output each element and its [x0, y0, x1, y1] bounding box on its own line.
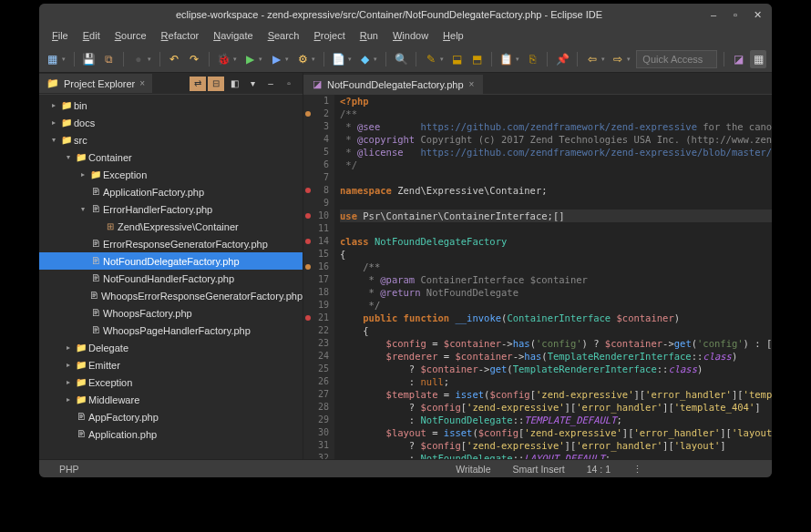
tree-arrow-icon[interactable]: ▾ — [63, 153, 74, 161]
code-line[interactable] — [340, 171, 772, 184]
maximize-button[interactable]: ▫ — [730, 9, 741, 20]
project-explorer-tab[interactable]: 📁 Project Explorer × — [39, 74, 152, 93]
code-line[interactable]: : NotFoundDelegate::TEMPLATE_DEFAULT; — [340, 414, 772, 426]
gutter-line[interactable]: 23 — [303, 337, 329, 350]
gutter-line[interactable]: 27 — [303, 388, 329, 401]
code-line[interactable] — [340, 222, 772, 235]
gutter-line[interactable]: 29 — [303, 414, 329, 426]
perspective-php-button[interactable]: ◪ — [731, 50, 747, 68]
minimize-button[interactable]: – — [708, 9, 719, 20]
menu-window[interactable]: Window — [385, 27, 436, 44]
status-position[interactable]: 14 : 1 — [576, 464, 621, 475]
tree-arrow-icon[interactable]: ▸ — [77, 170, 88, 179]
gutter-line[interactable]: 5 — [303, 146, 329, 159]
menu-source[interactable]: Source — [108, 27, 154, 44]
error-marker-icon[interactable] — [305, 315, 311, 321]
run-last-button[interactable]: ▶ — [268, 50, 284, 68]
gutter-line[interactable]: 4 — [303, 133, 329, 146]
gutter-line[interactable]: 11 — [303, 222, 329, 235]
gutter-line[interactable]: 19 — [303, 299, 329, 312]
save-all-button[interactable]: ⧉ — [100, 50, 117, 68]
code-line[interactable]: use Psr\Container\ContainerInterface;[] — [340, 210, 772, 222]
tree-arrow-icon[interactable]: ▸ — [48, 118, 59, 127]
gutter-line[interactable]: 9 — [303, 197, 329, 210]
build-button[interactable]: ● — [130, 50, 147, 68]
run-config-button[interactable]: ⚙ — [294, 50, 311, 68]
new-class-button[interactable]: ◆ — [357, 50, 374, 68]
new-file-button[interactable]: 📄 — [331, 50, 347, 68]
gutter-line[interactable]: 18 — [303, 286, 329, 299]
menu-project[interactable]: Project — [307, 27, 353, 44]
status-writable[interactable]: Writable — [445, 464, 501, 475]
tree-item[interactable]: ▸📁 Exception — [39, 166, 303, 183]
code-editor[interactable]: 1234567891011141516171819212223242526272… — [303, 95, 772, 459]
status-menu[interactable]: ⋮ — [621, 464, 653, 475]
code-content[interactable]: <?php/** * @see https://github.com/zendf… — [334, 95, 772, 459]
gutter-line[interactable]: 17 — [303, 273, 329, 286]
gutter-line[interactable]: 3 — [303, 120, 329, 133]
code-line[interactable] — [340, 197, 772, 210]
tree-item[interactable]: ▸📁 Emitter — [39, 356, 303, 373]
code-line[interactable]: class NotFoundDelegateFactory — [340, 235, 772, 248]
error-marker-icon[interactable] — [305, 213, 311, 219]
tree-arrow-icon[interactable]: ▸ — [63, 361, 74, 369]
new-button[interactable]: ▦ — [45, 50, 61, 68]
open-perspective-button[interactable]: ▦ — [750, 50, 766, 68]
git-button[interactable]: ⎘ — [525, 50, 541, 68]
code-line[interactable]: ? $config['zend-expressive']['error_hand… — [340, 401, 772, 414]
gutter-line[interactable]: 24 — [303, 350, 329, 363]
forward-button[interactable]: ⇨ — [611, 50, 627, 68]
tree-item[interactable]: ▸📁 Exception — [39, 373, 303, 391]
tree-arrow-icon[interactable]: ▾ — [77, 205, 88, 213]
menu-refactor[interactable]: Refactor — [154, 27, 207, 44]
warning-marker-icon[interactable] — [305, 264, 311, 270]
code-line[interactable]: : NotFoundDelegate::LAYOUT_DEFAULT; — [340, 452, 772, 459]
tree-arrow-icon[interactable]: ▸ — [63, 343, 74, 352]
code-line[interactable]: { — [340, 248, 772, 261]
close-icon[interactable]: × — [139, 78, 145, 88]
menu-run[interactable]: Run — [353, 27, 385, 44]
tree-item[interactable]: ▸📁 Middleware — [39, 391, 303, 408]
gutter-line[interactable]: 10 — [303, 210, 329, 222]
menu-help[interactable]: Help — [436, 27, 471, 44]
tree-arrow-icon[interactable]: ▸ — [63, 395, 74, 404]
code-line[interactable]: * @see https://github.com/zendframework/… — [340, 120, 772, 133]
gutter-line[interactable]: 14 — [303, 235, 329, 248]
gutter-line[interactable]: 30 — [303, 426, 329, 439]
code-line[interactable]: * @license https://github.com/zendframew… — [340, 146, 772, 159]
gutter-line[interactable]: 31 — [303, 439, 329, 452]
error-marker-icon[interactable] — [305, 239, 311, 244]
code-line[interactable]: /** — [340, 107, 772, 120]
tree-item[interactable]: ▸📁 Delegate — [39, 339, 303, 356]
search-button[interactable]: 🔍 — [393, 50, 409, 68]
bookmark-button[interactable]: ⬒ — [468, 50, 485, 68]
code-line[interactable]: * @copyright Copyright (c) 2017 Zend Tec… — [340, 133, 772, 146]
tree-item[interactable]: ▾📁 src — [39, 131, 303, 148]
titlebar[interactable]: eclipse-workspace - zend-expressive/src/… — [39, 4, 772, 26]
code-line[interactable]: $template = isset($config['zend-expressi… — [340, 388, 772, 401]
tree-item[interactable]: 🖹 WhoopsPageHandlerFactory.php — [39, 322, 303, 339]
tree-item[interactable]: 🖹 ErrorResponseGeneratorFactory.php — [39, 235, 303, 252]
gutter-line[interactable]: 15 — [303, 248, 329, 261]
close-icon[interactable]: × — [469, 79, 475, 89]
redo-button[interactable]: ↷ — [186, 50, 202, 68]
gutter-line[interactable]: 22 — [303, 324, 329, 337]
gutter-line[interactable]: 28 — [303, 401, 329, 414]
code-line[interactable]: $config = $container->has('config') ? $c… — [340, 337, 772, 350]
tree-item[interactable]: ⊞ Zend\Expressive\Container — [39, 218, 303, 235]
tree-item[interactable]: 🖹 AppFactory.php — [39, 408, 303, 425]
gutter-line[interactable]: 32 — [303, 452, 329, 459]
gutter-line[interactable]: 1 — [303, 95, 329, 107]
gutter-line[interactable]: 26 — [303, 375, 329, 388]
gutter-line[interactable]: 25 — [303, 363, 329, 375]
tree-item[interactable]: ▾🖹 ErrorHandlerFactory.php — [39, 200, 303, 218]
tree-arrow-icon[interactable]: ▾ — [48, 136, 59, 144]
warning-marker-icon[interactable] — [305, 111, 311, 117]
tree-item[interactable]: ▸📁 docs — [39, 114, 303, 131]
gutter-line[interactable]: 7 — [303, 171, 329, 184]
error-marker-icon[interactable] — [305, 188, 311, 193]
code-line[interactable]: namespace Zend\Expressive\Container; — [340, 184, 772, 197]
code-line[interactable]: { — [340, 324, 772, 337]
code-line[interactable]: */ — [340, 159, 772, 171]
menu-edit[interactable]: Edit — [76, 27, 108, 44]
